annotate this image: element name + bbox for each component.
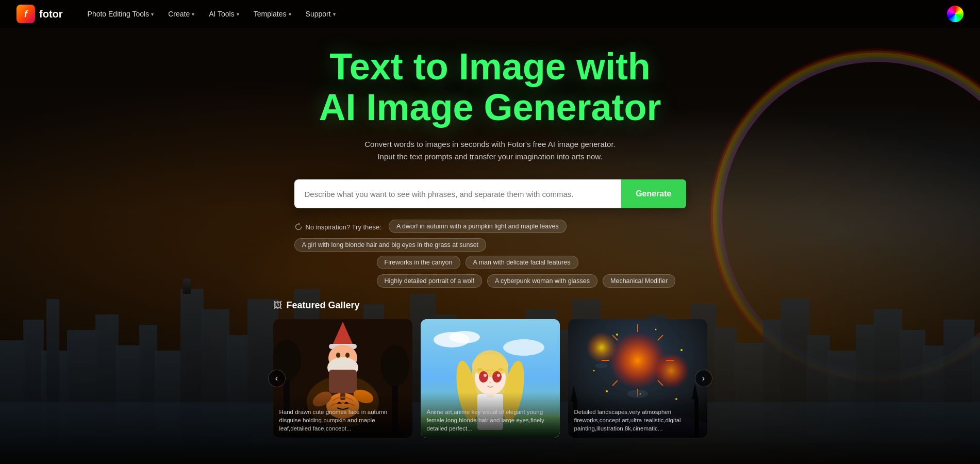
gallery-card-1[interactable]: Hand drawn cute gnomes face in autumn di…: [273, 319, 412, 438]
svg-point-83: [497, 374, 500, 377]
chip-6[interactable]: A cyberpunk woman with glasses: [487, 274, 597, 288]
hero-subtitle: Convert words to images in seconds with …: [356, 138, 624, 163]
svg-point-103: [655, 329, 656, 330]
card-2-caption: Anime art,anime key visual of elegant yo…: [421, 392, 560, 438]
chevron-down-icon: ▾: [151, 11, 154, 17]
svg-point-82: [484, 374, 487, 377]
svg-rect-61: [329, 370, 357, 393]
svg-point-84: [489, 382, 491, 384]
svg-point-100: [586, 332, 617, 363]
gallery-next-button[interactable]: ›: [695, 370, 712, 387]
svg-point-80: [479, 371, 488, 383]
search-input[interactable]: [294, 179, 622, 208]
gallery-prev-button[interactable]: ‹: [268, 370, 286, 387]
featured-title: Featured Gallery: [287, 300, 360, 311]
chevron-down-icon: ▾: [289, 11, 291, 17]
logo[interactable]: f fotor: [16, 5, 63, 23]
navbar: f fotor Photo Editing Tools ▾ Create ▾ A…: [0, 0, 980, 28]
svg-point-110: [595, 363, 608, 368]
nav-right: [947, 6, 964, 22]
svg-point-52: [380, 345, 409, 386]
hero-content: Text to Image with AI Image Generator Co…: [257, 0, 724, 438]
fotor-icon: f: [16, 5, 35, 23]
search-bar: Generate: [294, 179, 686, 208]
hero-section: Text to Image with AI Image Generator Co…: [0, 0, 980, 464]
generate-button[interactable]: Generate: [621, 179, 686, 208]
chip-4[interactable]: A man with delicate facial features: [466, 256, 578, 269]
svg-point-79: [472, 354, 508, 377]
svg-point-57: [336, 353, 340, 358]
logo-text: fotor: [39, 8, 63, 20]
nav-item-ai-tools[interactable]: AI Tools ▾: [203, 7, 245, 21]
svg-point-70: [449, 331, 480, 343]
svg-point-105: [593, 370, 594, 372]
chevron-down-icon: ▾: [192, 11, 194, 17]
inspiration-row-2: Fireworks in the canyon A man with delic…: [294, 256, 686, 288]
gallery-card-3[interactable]: Detailed landscapes,very atmospheri fire…: [568, 319, 707, 438]
chip-3[interactable]: Fireworks in the canyon: [377, 256, 460, 269]
chip-2[interactable]: A girl with long blonde hair and big eye…: [294, 238, 487, 252]
chevron-down-icon: ▾: [237, 11, 239, 17]
card-1-caption: Hand drawn cute gnomes face in autumn di…: [273, 392, 412, 438]
gallery-card-2[interactable]: Anime art,anime key visual of elegant yo…: [421, 319, 560, 438]
chevron-down-icon: ▾: [333, 11, 336, 17]
gallery-wrapper: ‹: [273, 319, 707, 438]
svg-point-101: [653, 353, 689, 389]
nav-item-photo-editing[interactable]: Photo Editing Tools ▾: [81, 7, 160, 21]
nav-item-templates[interactable]: Templates ▾: [247, 7, 297, 21]
chip-5[interactable]: Highly detailed portrait of a wolf: [377, 274, 482, 288]
avatar[interactable]: [947, 6, 964, 22]
nav-item-support[interactable]: Support ▾: [300, 7, 342, 21]
svg-rect-10: [183, 278, 191, 294]
inspiration-row-1: No inspiration? Try these: A dworf in au…: [294, 220, 686, 252]
featured-section: 🖼 Featured Gallery ‹: [257, 300, 724, 438]
svg-point-71: [503, 339, 544, 356]
svg-point-58: [345, 353, 350, 358]
chip-1[interactable]: A dworf in autumn with a pumpkin light a…: [389, 220, 567, 233]
featured-header: 🖼 Featured Gallery: [273, 300, 707, 311]
card-3-caption: Detailed landscapes,very atmospheri fire…: [568, 392, 707, 438]
svg-point-104: [680, 349, 683, 351]
inspiration-label: No inspiration? Try these:: [294, 223, 381, 231]
hero-title: Text to Image with AI Image Generator: [319, 46, 661, 128]
nav-menu: Photo Editing Tools ▾ Create ▾ AI Tools …: [81, 7, 947, 21]
refresh-icon: [294, 223, 303, 231]
gallery-icon: 🖼: [273, 300, 283, 311]
svg-point-81: [492, 371, 502, 383]
chip-7[interactable]: Mechanical Modifier: [603, 274, 675, 288]
svg-point-102: [616, 334, 618, 336]
nav-item-create[interactable]: Create ▾: [162, 7, 201, 21]
